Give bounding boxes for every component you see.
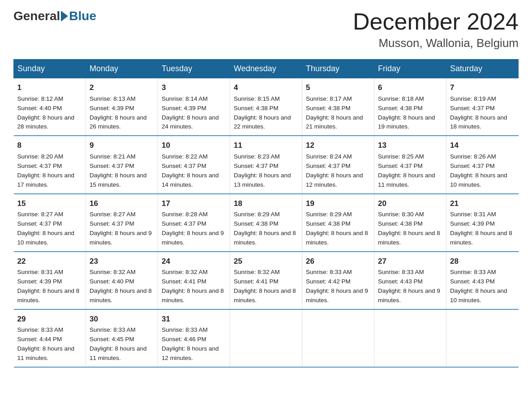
- calendar-cell: 1Sunrise: 8:12 AMSunset: 4:40 PMDaylight…: [14, 78, 86, 136]
- calendar-cell: 21Sunrise: 8:31 AMSunset: 4:39 PMDayligh…: [446, 194, 519, 252]
- logo-blue-text: Blue: [69, 9, 96, 23]
- calendar-week-row: 1Sunrise: 8:12 AMSunset: 4:40 PMDaylight…: [14, 78, 519, 136]
- day-number: 30: [90, 313, 154, 325]
- calendar-cell: 4Sunrise: 8:15 AMSunset: 4:38 PMDaylight…: [230, 78, 302, 136]
- day-number: 15: [17, 198, 82, 210]
- calendar-cell: 14Sunrise: 8:26 AMSunset: 4:37 PMDayligh…: [446, 136, 519, 193]
- day-info: Sunrise: 8:33 AMSunset: 4:46 PMDaylight:…: [162, 325, 226, 363]
- calendar-cell: [446, 309, 519, 367]
- day-info: Sunrise: 8:20 AMSunset: 4:37 PMDaylight:…: [17, 152, 82, 190]
- day-info: Sunrise: 8:19 AMSunset: 4:37 PMDaylight:…: [450, 94, 515, 132]
- day-info: Sunrise: 8:32 AMSunset: 4:41 PMDaylight:…: [162, 268, 226, 305]
- day-info: Sunrise: 8:17 AMSunset: 4:38 PMDaylight:…: [306, 94, 370, 132]
- calendar-cell: [374, 309, 446, 367]
- calendar-cell: [230, 309, 302, 367]
- day-info: Sunrise: 8:32 AMSunset: 4:41 PMDaylight:…: [234, 268, 298, 305]
- day-info: Sunrise: 8:33 AMSunset: 4:43 PMDaylight:…: [378, 268, 442, 305]
- header-tuesday: Tuesday: [158, 60, 230, 78]
- day-number: 10: [162, 140, 226, 151]
- calendar-cell: 3Sunrise: 8:14 AMSunset: 4:39 PMDaylight…: [158, 78, 230, 136]
- day-number: 26: [306, 256, 370, 267]
- day-number: 5: [306, 82, 370, 94]
- day-number: 3: [162, 82, 226, 94]
- day-number: 11: [234, 140, 298, 151]
- location-title: Musson, Wallonia, Belgium: [353, 36, 519, 50]
- calendar-cell: 15Sunrise: 8:27 AMSunset: 4:37 PMDayligh…: [14, 194, 86, 252]
- day-number: 22: [17, 256, 82, 267]
- day-number: 27: [378, 256, 442, 267]
- day-info: Sunrise: 8:25 AMSunset: 4:37 PMDaylight:…: [378, 152, 442, 190]
- day-number: 13: [378, 140, 442, 151]
- calendar-cell: 24Sunrise: 8:32 AMSunset: 4:41 PMDayligh…: [158, 252, 230, 309]
- calendar-cell: 28Sunrise: 8:33 AMSunset: 4:43 PMDayligh…: [446, 252, 519, 309]
- day-info: Sunrise: 8:27 AMSunset: 4:37 PMDaylight:…: [17, 210, 82, 248]
- header-wednesday: Wednesday: [230, 60, 302, 78]
- day-info: Sunrise: 8:31 AMSunset: 4:39 PMDaylight:…: [17, 268, 82, 305]
- day-info: Sunrise: 8:33 AMSunset: 4:45 PMDaylight:…: [90, 325, 154, 363]
- month-title: December 2024: [353, 9, 519, 34]
- calendar-week-row: 22Sunrise: 8:31 AMSunset: 4:39 PMDayligh…: [14, 252, 519, 309]
- day-number: 7: [450, 82, 515, 94]
- header-friday: Friday: [374, 60, 446, 78]
- header-thursday: Thursday: [302, 60, 374, 78]
- calendar-cell: 13Sunrise: 8:25 AMSunset: 4:37 PMDayligh…: [374, 136, 446, 193]
- calendar-cell: 22Sunrise: 8:31 AMSunset: 4:39 PMDayligh…: [14, 252, 86, 309]
- calendar-cell: 17Sunrise: 8:28 AMSunset: 4:37 PMDayligh…: [158, 194, 230, 252]
- day-number: 9: [90, 140, 154, 151]
- logo-general-text: General: [13, 9, 60, 23]
- day-number: 31: [162, 313, 226, 325]
- day-number: 24: [162, 256, 226, 267]
- day-info: Sunrise: 8:18 AMSunset: 4:38 PMDaylight:…: [378, 94, 442, 132]
- day-number: 25: [234, 256, 298, 267]
- calendar-cell: 8Sunrise: 8:20 AMSunset: 4:37 PMDaylight…: [14, 136, 86, 193]
- header-monday: Monday: [86, 60, 158, 78]
- day-number: 6: [378, 82, 442, 94]
- day-number: 28: [450, 256, 515, 267]
- day-info: Sunrise: 8:23 AMSunset: 4:37 PMDaylight:…: [234, 152, 298, 190]
- day-info: Sunrise: 8:27 AMSunset: 4:37 PMDaylight:…: [90, 210, 154, 248]
- page-header: General Blue December 2024 Musson, Wallo…: [13, 9, 519, 50]
- calendar-cell: 26Sunrise: 8:33 AMSunset: 4:42 PMDayligh…: [302, 252, 374, 309]
- calendar-cell: 12Sunrise: 8:24 AMSunset: 4:37 PMDayligh…: [302, 136, 374, 193]
- day-info: Sunrise: 8:33 AMSunset: 4:43 PMDaylight:…: [450, 268, 515, 305]
- day-number: 2: [90, 82, 154, 94]
- day-number: 17: [162, 198, 226, 210]
- day-info: Sunrise: 8:26 AMSunset: 4:37 PMDaylight:…: [450, 152, 515, 190]
- calendar-cell: 30Sunrise: 8:33 AMSunset: 4:45 PMDayligh…: [86, 309, 158, 367]
- calendar-cell: 27Sunrise: 8:33 AMSunset: 4:43 PMDayligh…: [374, 252, 446, 309]
- day-info: Sunrise: 8:33 AMSunset: 4:42 PMDaylight:…: [306, 268, 370, 305]
- day-number: 21: [450, 198, 515, 210]
- calendar-cell: 29Sunrise: 8:33 AMSunset: 4:44 PMDayligh…: [14, 309, 86, 367]
- calendar-cell: 7Sunrise: 8:19 AMSunset: 4:37 PMDaylight…: [446, 78, 519, 136]
- calendar-cell: 5Sunrise: 8:17 AMSunset: 4:38 PMDaylight…: [302, 78, 374, 136]
- day-number: 23: [90, 256, 154, 267]
- day-info: Sunrise: 8:12 AMSunset: 4:40 PMDaylight:…: [17, 94, 82, 132]
- day-info: Sunrise: 8:32 AMSunset: 4:40 PMDaylight:…: [90, 268, 154, 305]
- calendar-header-row: SundayMondayTuesdayWednesdayThursdayFrid…: [14, 60, 519, 78]
- calendar-cell: 11Sunrise: 8:23 AMSunset: 4:37 PMDayligh…: [230, 136, 302, 193]
- day-info: Sunrise: 8:21 AMSunset: 4:37 PMDaylight:…: [90, 152, 154, 190]
- calendar-week-row: 8Sunrise: 8:20 AMSunset: 4:37 PMDaylight…: [14, 136, 519, 193]
- header-sunday: Sunday: [14, 60, 86, 78]
- day-number: 14: [450, 140, 515, 151]
- calendar-cell: 18Sunrise: 8:29 AMSunset: 4:38 PMDayligh…: [230, 194, 302, 252]
- day-info: Sunrise: 8:14 AMSunset: 4:39 PMDaylight:…: [162, 94, 226, 132]
- calendar-cell: 31Sunrise: 8:33 AMSunset: 4:46 PMDayligh…: [158, 309, 230, 367]
- calendar-cell: 23Sunrise: 8:32 AMSunset: 4:40 PMDayligh…: [86, 252, 158, 309]
- day-number: 8: [17, 140, 82, 151]
- calendar-week-row: 15Sunrise: 8:27 AMSunset: 4:37 PMDayligh…: [14, 194, 519, 252]
- day-number: 19: [306, 198, 370, 210]
- logo: General Blue: [13, 9, 96, 23]
- title-section: December 2024 Musson, Wallonia, Belgium: [353, 9, 519, 50]
- day-info: Sunrise: 8:13 AMSunset: 4:39 PMDaylight:…: [90, 94, 154, 132]
- day-info: Sunrise: 8:30 AMSunset: 4:38 PMDaylight:…: [378, 210, 442, 248]
- day-number: 1: [17, 82, 82, 94]
- day-number: 20: [378, 198, 442, 210]
- calendar-cell: 16Sunrise: 8:27 AMSunset: 4:37 PMDayligh…: [86, 194, 158, 252]
- day-info: Sunrise: 8:28 AMSunset: 4:37 PMDaylight:…: [162, 210, 226, 248]
- day-number: 18: [234, 198, 298, 210]
- day-info: Sunrise: 8:33 AMSunset: 4:44 PMDaylight:…: [17, 325, 82, 363]
- calendar-cell: 25Sunrise: 8:32 AMSunset: 4:41 PMDayligh…: [230, 252, 302, 309]
- day-info: Sunrise: 8:22 AMSunset: 4:37 PMDaylight:…: [162, 152, 226, 190]
- calendar-table: SundayMondayTuesdayWednesdayThursdayFrid…: [13, 59, 519, 368]
